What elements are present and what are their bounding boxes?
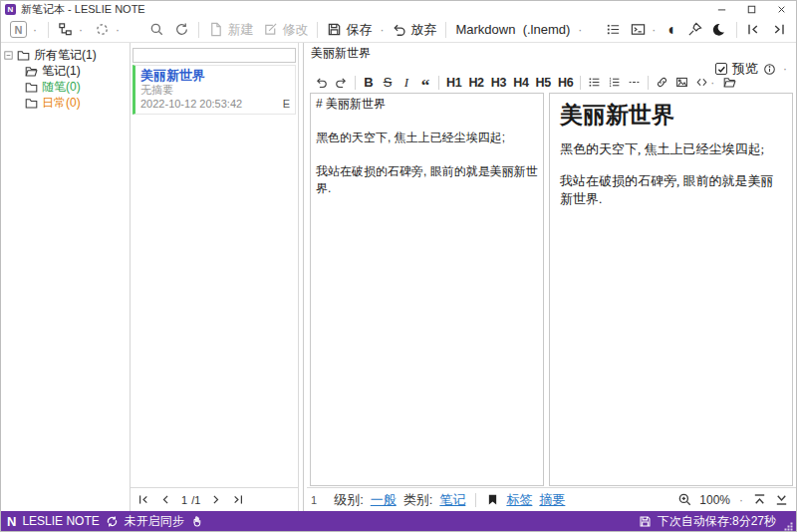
folder-tree-sidebar: 所有笔记(1) 笔记(1) 随笔(0) 日常(0) <box>1 43 131 511</box>
tree-item-label: 随笔(0) <box>42 79 81 96</box>
note-list-panel: 美丽新世界 无摘要 2022-10-12 20:53:42 E 1 /1 <box>131 43 299 511</box>
title-bar: N 新笔记本 - LESLIE NOTE <box>1 1 796 17</box>
dropdown-dot-icon: · <box>77 23 85 37</box>
toolbar-separator <box>438 76 439 90</box>
hand-gesture-icon[interactable] <box>190 515 203 528</box>
summary-link[interactable]: 摘要 <box>539 491 565 509</box>
list-outline-icon <box>606 22 621 37</box>
previous-page-icon[interactable] <box>159 493 172 506</box>
search-button[interactable] <box>145 19 168 41</box>
preview-paragraph: 黑色的天空下, 焦土上已经尘埃四起; <box>560 140 782 158</box>
toolbar-separator <box>736 22 737 38</box>
tree-item-notes[interactable]: 笔记(1) <box>1 63 130 79</box>
new-document-icon <box>208 22 223 37</box>
zoom-in-icon[interactable] <box>677 492 692 507</box>
tree-item-all-notes[interactable]: 所有笔记(1) <box>1 47 130 63</box>
new-note-button[interactable]: 新建 <box>204 19 257 41</box>
note-meta-bar: 1 级别: 一般 类别: 笔记 标签 摘要 100% · <box>307 487 796 511</box>
tree-item-essays[interactable]: 随笔(0) <box>1 79 130 95</box>
splitter-line <box>303 43 304 511</box>
tree-expander-icon[interactable] <box>4 51 13 60</box>
sync-status[interactable]: 未开启同步 <box>125 513 184 530</box>
main-area: 所有笔记(1) 笔记(1) 随笔(0) 日常(0) 美丽新世界 无摘要 <box>1 43 796 511</box>
dropdown-dot-icon: · <box>781 62 789 76</box>
actions-button[interactable]: · <box>91 19 126 41</box>
heading4-button[interactable]: H4 <box>510 73 531 92</box>
bullet-list-icon <box>588 76 601 89</box>
save-floppy-icon <box>327 22 342 37</box>
editor-split-view: # 美丽新世界 黑色的天空下, 焦土上已经尘埃四起; 我站在破损的石碑旁, 眼前… <box>307 93 796 487</box>
format-selector[interactable]: Markdown (.lnemd) <box>451 19 574 41</box>
dropdown-dot-icon: · <box>31 23 39 37</box>
last-page-icon[interactable] <box>231 493 244 506</box>
heading6-button[interactable]: H6 <box>555 73 576 92</box>
level-value-link[interactable]: 一般 <box>371 491 397 509</box>
page-total: /1 <box>191 494 200 506</box>
autosave-countdown: 下次自动保存:8分27秒 <box>658 513 776 530</box>
code-button[interactable]: · <box>692 73 719 92</box>
search-icon <box>149 22 164 37</box>
bold-button[interactable]: B <box>360 73 378 92</box>
refresh-button[interactable] <box>170 19 193 41</box>
new-note-label: 新建 <box>227 21 253 39</box>
ordered-list-button[interactable] <box>605 73 624 92</box>
scroll-to-bottom-icon[interactable] <box>774 492 789 507</box>
resize-grip[interactable] <box>784 522 793 531</box>
ordered-list-icon <box>608 76 621 89</box>
heading1-button[interactable]: H1 <box>443 73 464 92</box>
link-button[interactable] <box>653 73 671 92</box>
collapse-left-icon <box>746 22 761 37</box>
folder-icon <box>25 81 38 94</box>
panel-splitter[interactable] <box>299 43 307 511</box>
first-page-icon[interactable] <box>137 493 150 506</box>
maximize-button[interactable] <box>736 1 766 17</box>
collapse-right-panel-button[interactable] <box>767 19 790 41</box>
pin-window-button[interactable] <box>683 19 706 41</box>
minimize-button[interactable] <box>706 1 736 17</box>
close-button[interactable] <box>766 1 796 17</box>
link-icon <box>656 76 668 89</box>
collapse-left-panel-button[interactable] <box>742 19 765 41</box>
save-button[interactable]: 保存 <box>323 19 376 41</box>
discard-button[interactable]: 放弃 <box>388 19 440 41</box>
info-icon[interactable] <box>763 63 776 76</box>
notebook-structure-button[interactable]: · <box>54 19 89 41</box>
spinner-icon <box>95 22 110 37</box>
bullet-list-button[interactable] <box>585 73 604 92</box>
attachment-folder-button[interactable] <box>720 73 739 92</box>
next-page-icon[interactable] <box>209 493 222 506</box>
heading2-button[interactable]: H2 <box>465 73 486 92</box>
note-card-dateline: 2022-10-12 20:53:42 E <box>140 97 291 111</box>
zoom-level[interactable]: 100% <box>699 493 730 507</box>
formatting-toolbar: B S I “ H1 H2 H3 H4 H5 H6 <box>312 73 739 92</box>
markdown-source-editor[interactable]: # 美丽新世界 黑色的天空下, 焦土上已经尘埃四起; 我站在破损的石碑旁, 眼前… <box>310 93 544 486</box>
note-badge: E <box>283 98 291 110</box>
strikethrough-button[interactable]: S <box>379 73 397 92</box>
undo-icon <box>392 22 406 37</box>
category-value-link[interactable]: 笔记 <box>439 491 465 509</box>
n-logo-icon: N <box>10 21 27 38</box>
tree-item-label: 所有笔记(1) <box>34 47 97 64</box>
moon-icon <box>712 22 727 37</box>
folder-icon <box>25 97 38 110</box>
heading3-button[interactable]: H3 <box>488 73 509 92</box>
scroll-to-top-icon[interactable] <box>752 492 767 507</box>
night-mode-button[interactable] <box>708 19 731 41</box>
level-label: 级别: <box>334 491 364 509</box>
italic-button[interactable]: I <box>398 73 415 92</box>
terminal-button[interactable]: · <box>627 19 662 41</box>
tags-link[interactable]: 标签 <box>506 491 532 509</box>
tree-item-daily[interactable]: 日常(0) <box>1 95 130 111</box>
heading5-button[interactable]: H5 <box>533 73 554 92</box>
edit-note-button[interactable]: 修改 <box>259 19 312 41</box>
undo-button[interactable] <box>312 73 331 92</box>
blockquote-button[interactable]: “ <box>416 73 434 92</box>
note-card[interactable]: 美丽新世界 无摘要 2022-10-12 20:53:42 E <box>133 65 296 115</box>
redo-button[interactable] <box>332 73 351 92</box>
outline-button[interactable] <box>602 19 625 41</box>
horizontal-rule-button[interactable] <box>625 73 644 92</box>
app-menu-button[interactable]: N · <box>6 19 43 41</box>
note-search-input[interactable] <box>133 48 296 63</box>
theme-contrast-button[interactable]: ◐ <box>664 19 681 41</box>
image-button[interactable] <box>672 73 691 92</box>
